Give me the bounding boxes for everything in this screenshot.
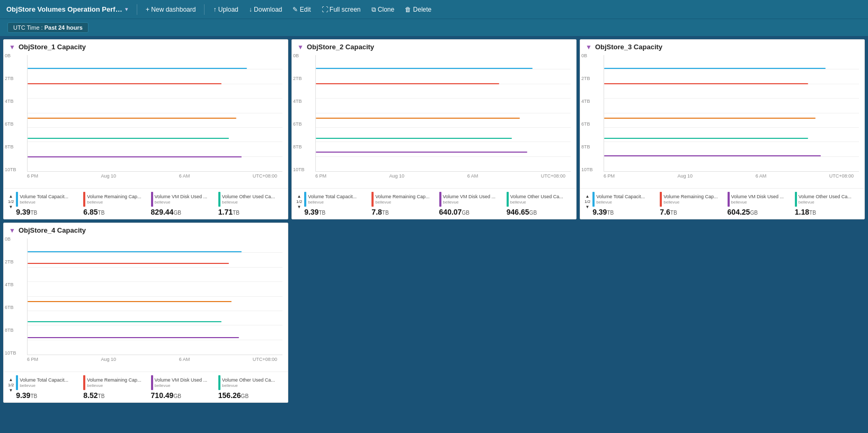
metric-header: Volume Remaining Cap... bellevue [660, 192, 725, 207]
x-axis-labels: 6 PMAug 106 AMUTC+08:00 [27, 355, 282, 363]
metric-unit: TB [607, 210, 614, 216]
metric-unit: TB [809, 210, 816, 216]
grid-line [28, 296, 282, 297]
metric-item-2: Volume VM Disk Used ... bellevue 604.25G… [728, 192, 793, 216]
y-axis-label: 0B [293, 53, 305, 58]
metric-value: 9.39TB [16, 208, 81, 216]
data-line-1 [604, 83, 808, 84]
metric-color-bar [218, 375, 220, 390]
metric-unit: GB [241, 393, 249, 399]
metric-value: 9.39TB [592, 208, 658, 216]
grid-line [316, 98, 571, 99]
metric-sublabel: bellevue [87, 200, 141, 205]
metric-value: 1.18TB [795, 208, 860, 216]
grid-line [316, 69, 571, 69]
new-dashboard-button[interactable]: + New dashboard [141, 4, 200, 15]
metric-unit: TB [98, 210, 105, 216]
metric-color-bar [795, 192, 797, 207]
panel-title: ObjStore_4 Capacity [19, 226, 86, 234]
page-indicator: 1/2 [8, 383, 14, 387]
chart-lines [27, 238, 282, 355]
metric-text: Volume Other Used Ca... bellevue [222, 377, 275, 388]
chevron-down-icon[interactable]: ▾ [125, 6, 128, 13]
metric-sublabel: bellevue [510, 200, 563, 205]
fullscreen-button[interactable]: ⛶ Full screen [317, 4, 365, 15]
x-axis-label: 6 PM [27, 173, 38, 179]
data-line-4 [28, 156, 242, 157]
chevron-down-icon[interactable]: ▼ [9, 388, 13, 393]
grid-line [316, 156, 571, 157]
metric-value: 6.85TB [83, 208, 148, 216]
metric-color-bar [439, 192, 441, 207]
edit-button[interactable]: ✎ Edit [288, 4, 315, 15]
metric-label: Volume Total Capacit... [308, 194, 357, 200]
page-control: ▲ 1/2 ▼ [296, 192, 302, 209]
metric-color-bar [151, 192, 153, 207]
metric-label: Volume Total Capacit... [596, 194, 645, 200]
chevron-up-icon[interactable]: ▲ [586, 194, 590, 199]
metric-sublabel: bellevue [731, 200, 784, 205]
chevron-up-icon[interactable]: ▲ [9, 377, 13, 382]
metrics-grid: Volume Total Capacit... bellevue 9.39TB … [304, 192, 572, 216]
metric-unit: GB [173, 393, 181, 399]
x-axis-label: Aug 10 [678, 173, 693, 179]
metric-header: Volume Remaining Cap... bellevue [371, 192, 437, 207]
metric-item-3: Volume Other Used Ca... bellevue 946.65G… [507, 192, 572, 216]
panel-header: ▼ ObjStore_3 Capacity [580, 40, 864, 53]
chart-area: 10TB8TB6TB4TB2TB0B6 PMAug 106 AMUTC+08:0… [4, 53, 288, 188]
chevron-down-icon[interactable]: ▼ [9, 205, 13, 209]
metric-label: Volume Other Used Ca... [222, 194, 275, 200]
y-axis-label: 2TB [5, 259, 16, 264]
metric-value: 9.39TB [304, 208, 369, 216]
chevron-down-icon[interactable]: ▼ [297, 205, 302, 209]
metric-text: Volume Total Capacit... bellevue [20, 377, 68, 388]
y-axis-label: 0B [581, 53, 593, 58]
metric-color-bar [660, 192, 662, 207]
metric-value: 710.49GB [151, 392, 216, 399]
upload-button[interactable]: ↑ Upload [209, 4, 242, 15]
y-axis-label: 2TB [5, 76, 16, 81]
delete-button[interactable]: 🗑 Delete [401, 4, 436, 15]
chevron-up-icon[interactable]: ▲ [297, 194, 302, 199]
data-line-2 [604, 118, 816, 119]
data-line-0 [28, 251, 242, 252]
metric-label: Volume Remaining Cap... [87, 377, 141, 383]
metric-label: Volume VM Disk Used ... [155, 194, 208, 200]
grid-line [316, 113, 571, 113]
y-axis-label: 4TB [581, 99, 593, 104]
x-axis-label: 6 PM [27, 357, 38, 362]
data-line-0 [316, 68, 533, 69]
chevron-up-icon[interactable]: ▲ [9, 194, 13, 199]
grid-line [604, 142, 859, 142]
metric-label: Volume Total Capacit... [20, 377, 68, 383]
metric-sublabel: bellevue [222, 383, 275, 388]
metric-value: 829.44GB [151, 208, 216, 216]
metric-text: Volume Other Used Ca... bellevue [510, 194, 563, 205]
metric-value: 604.25GB [728, 208, 793, 216]
metric-label: Volume VM Disk Used ... [443, 194, 496, 200]
clone-button[interactable]: ⧉ Clone [367, 4, 399, 15]
metric-header: Volume VM Disk Used ... bellevue [439, 192, 504, 207]
data-line-1 [28, 263, 229, 264]
y-axis-label: 6TB [293, 121, 305, 127]
data-line-3 [604, 138, 808, 139]
chart-lines [315, 55, 571, 172]
separator2 [204, 4, 205, 15]
chevron-down-icon[interactable]: ▼ [586, 205, 590, 209]
panel-title: ObjStore_1 Capacity [19, 43, 86, 51]
metric-sublabel: bellevue [20, 383, 68, 388]
metric-text: Volume Other Used Ca... bellevue [222, 194, 275, 205]
metric-text: Volume Total Capacit... bellevue [308, 194, 357, 205]
grid-line [28, 98, 282, 99]
time-badge[interactable]: UTC Time : Past 24 hours [7, 22, 88, 33]
download-button[interactable]: ↓ Download [245, 4, 287, 15]
x-axis-label: Aug 10 [389, 173, 405, 179]
grid-line [28, 311, 282, 311]
grid-line [604, 69, 859, 69]
metric-header: Volume VM Disk Used ... bellevue [151, 192, 216, 207]
x-axis-labels: 6 PMAug 106 AMUTC+08:00 [27, 172, 282, 180]
metric-header: Volume Other Used Ca... bellevue [507, 192, 572, 207]
data-line-0 [28, 68, 247, 69]
data-line-2 [28, 301, 232, 302]
x-axis-label: Aug 10 [101, 173, 117, 179]
